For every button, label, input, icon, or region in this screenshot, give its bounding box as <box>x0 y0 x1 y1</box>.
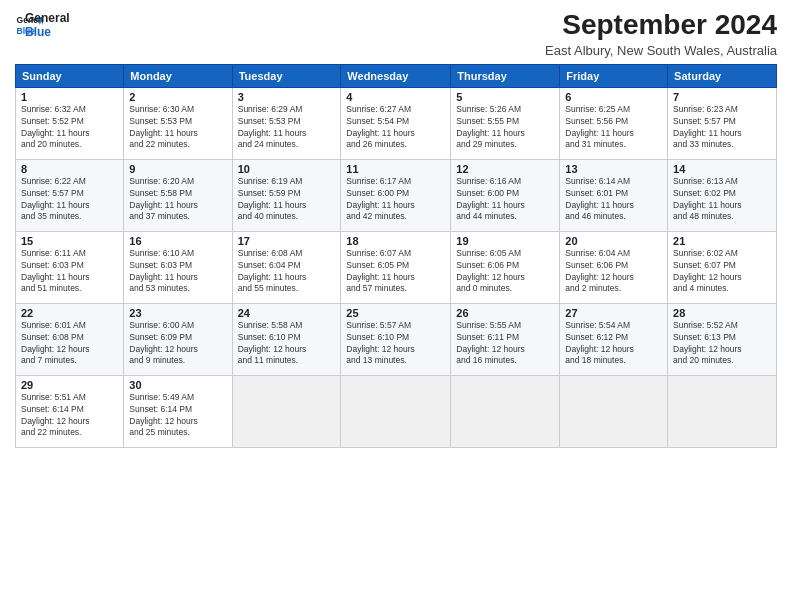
day-info: Sunrise: 5:55 AM Sunset: 6:11 PM Dayligh… <box>456 320 554 368</box>
day-number: 29 <box>21 379 118 391</box>
day-info: Sunrise: 6:19 AM Sunset: 5:59 PM Dayligh… <box>238 176 336 224</box>
calendar-cell: 6Sunrise: 6:25 AM Sunset: 5:56 PM Daylig… <box>560 87 668 159</box>
day-number: 19 <box>456 235 554 247</box>
col-tuesday: Tuesday <box>232 64 341 87</box>
day-number: 23 <box>129 307 226 319</box>
day-number: 27 <box>565 307 662 319</box>
day-number: 28 <box>673 307 771 319</box>
col-sunday: Sunday <box>16 64 124 87</box>
location-subtitle: East Albury, New South Wales, Australia <box>545 43 777 58</box>
day-info: Sunrise: 6:00 AM Sunset: 6:09 PM Dayligh… <box>129 320 226 368</box>
day-number: 2 <box>129 91 226 103</box>
logo: General Blue General Blue <box>15 10 70 40</box>
calendar-cell: 10Sunrise: 6:19 AM Sunset: 5:59 PM Dayli… <box>232 159 341 231</box>
col-saturday: Saturday <box>668 64 777 87</box>
day-info: Sunrise: 6:30 AM Sunset: 5:53 PM Dayligh… <box>129 104 226 152</box>
day-number: 8 <box>21 163 118 175</box>
day-info: Sunrise: 6:23 AM Sunset: 5:57 PM Dayligh… <box>673 104 771 152</box>
calendar-cell: 20Sunrise: 6:04 AM Sunset: 6:06 PM Dayli… <box>560 231 668 303</box>
day-info: Sunrise: 6:11 AM Sunset: 6:03 PM Dayligh… <box>21 248 118 296</box>
calendar-cell <box>668 375 777 447</box>
calendar-cell <box>341 375 451 447</box>
calendar-cell: 30Sunrise: 5:49 AM Sunset: 6:14 PM Dayli… <box>124 375 232 447</box>
day-info: Sunrise: 6:20 AM Sunset: 5:58 PM Dayligh… <box>129 176 226 224</box>
day-number: 12 <box>456 163 554 175</box>
calendar-cell <box>232 375 341 447</box>
day-number: 3 <box>238 91 336 103</box>
day-number: 9 <box>129 163 226 175</box>
logo-line2: Blue <box>25 26 70 40</box>
calendar-cell: 17Sunrise: 6:08 AM Sunset: 6:04 PM Dayli… <box>232 231 341 303</box>
day-info: Sunrise: 6:08 AM Sunset: 6:04 PM Dayligh… <box>238 248 336 296</box>
calendar-cell: 14Sunrise: 6:13 AM Sunset: 6:02 PM Dayli… <box>668 159 777 231</box>
calendar-cell: 26Sunrise: 5:55 AM Sunset: 6:11 PM Dayli… <box>451 303 560 375</box>
day-info: Sunrise: 6:32 AM Sunset: 5:52 PM Dayligh… <box>21 104 118 152</box>
day-info: Sunrise: 5:51 AM Sunset: 6:14 PM Dayligh… <box>21 392 118 440</box>
calendar-cell: 29Sunrise: 5:51 AM Sunset: 6:14 PM Dayli… <box>16 375 124 447</box>
day-info: Sunrise: 5:54 AM Sunset: 6:12 PM Dayligh… <box>565 320 662 368</box>
day-number: 30 <box>129 379 226 391</box>
day-number: 20 <box>565 235 662 247</box>
day-info: Sunrise: 6:10 AM Sunset: 6:03 PM Dayligh… <box>129 248 226 296</box>
day-number: 11 <box>346 163 445 175</box>
col-monday: Monday <box>124 64 232 87</box>
header-row: Sunday Monday Tuesday Wednesday Thursday… <box>16 64 777 87</box>
day-info: Sunrise: 6:14 AM Sunset: 6:01 PM Dayligh… <box>565 176 662 224</box>
month-title: September 2024 <box>545 10 777 41</box>
day-info: Sunrise: 5:58 AM Sunset: 6:10 PM Dayligh… <box>238 320 336 368</box>
day-info: Sunrise: 6:25 AM Sunset: 5:56 PM Dayligh… <box>565 104 662 152</box>
day-info: Sunrise: 5:26 AM Sunset: 5:55 PM Dayligh… <box>456 104 554 152</box>
calendar-cell: 21Sunrise: 6:02 AM Sunset: 6:07 PM Dayli… <box>668 231 777 303</box>
calendar-cell: 3Sunrise: 6:29 AM Sunset: 5:53 PM Daylig… <box>232 87 341 159</box>
calendar-cell <box>451 375 560 447</box>
week-row-5: 29Sunrise: 5:51 AM Sunset: 6:14 PM Dayli… <box>16 375 777 447</box>
day-number: 25 <box>346 307 445 319</box>
calendar-cell: 22Sunrise: 6:01 AM Sunset: 6:08 PM Dayli… <box>16 303 124 375</box>
day-info: Sunrise: 6:05 AM Sunset: 6:06 PM Dayligh… <box>456 248 554 296</box>
week-row-1: 1Sunrise: 6:32 AM Sunset: 5:52 PM Daylig… <box>16 87 777 159</box>
calendar-cell: 11Sunrise: 6:17 AM Sunset: 6:00 PM Dayli… <box>341 159 451 231</box>
week-row-2: 8Sunrise: 6:22 AM Sunset: 5:57 PM Daylig… <box>16 159 777 231</box>
day-number: 10 <box>238 163 336 175</box>
day-info: Sunrise: 6:17 AM Sunset: 6:00 PM Dayligh… <box>346 176 445 224</box>
header: General Blue General Blue September 2024… <box>15 10 777 58</box>
calendar-cell: 13Sunrise: 6:14 AM Sunset: 6:01 PM Dayli… <box>560 159 668 231</box>
calendar-cell: 2Sunrise: 6:30 AM Sunset: 5:53 PM Daylig… <box>124 87 232 159</box>
day-info: Sunrise: 6:04 AM Sunset: 6:06 PM Dayligh… <box>565 248 662 296</box>
day-number: 7 <box>673 91 771 103</box>
logo-line1: General <box>25 12 70 26</box>
calendar-cell: 24Sunrise: 5:58 AM Sunset: 6:10 PM Dayli… <box>232 303 341 375</box>
col-thursday: Thursday <box>451 64 560 87</box>
day-info: Sunrise: 5:57 AM Sunset: 6:10 PM Dayligh… <box>346 320 445 368</box>
day-number: 16 <box>129 235 226 247</box>
calendar-cell: 5Sunrise: 5:26 AM Sunset: 5:55 PM Daylig… <box>451 87 560 159</box>
day-number: 26 <box>456 307 554 319</box>
calendar: Sunday Monday Tuesday Wednesday Thursday… <box>15 64 777 448</box>
day-number: 14 <box>673 163 771 175</box>
day-number: 4 <box>346 91 445 103</box>
page: General Blue General Blue September 2024… <box>0 0 792 612</box>
day-number: 1 <box>21 91 118 103</box>
day-number: 18 <box>346 235 445 247</box>
title-block: September 2024 East Albury, New South Wa… <box>545 10 777 58</box>
day-number: 5 <box>456 91 554 103</box>
day-number: 24 <box>238 307 336 319</box>
day-info: Sunrise: 6:16 AM Sunset: 6:00 PM Dayligh… <box>456 176 554 224</box>
day-number: 6 <box>565 91 662 103</box>
calendar-cell: 28Sunrise: 5:52 AM Sunset: 6:13 PM Dayli… <box>668 303 777 375</box>
calendar-cell: 25Sunrise: 5:57 AM Sunset: 6:10 PM Dayli… <box>341 303 451 375</box>
day-info: Sunrise: 5:52 AM Sunset: 6:13 PM Dayligh… <box>673 320 771 368</box>
day-number: 17 <box>238 235 336 247</box>
week-row-3: 15Sunrise: 6:11 AM Sunset: 6:03 PM Dayli… <box>16 231 777 303</box>
calendar-cell: 23Sunrise: 6:00 AM Sunset: 6:09 PM Dayli… <box>124 303 232 375</box>
calendar-cell: 9Sunrise: 6:20 AM Sunset: 5:58 PM Daylig… <box>124 159 232 231</box>
col-wednesday: Wednesday <box>341 64 451 87</box>
day-info: Sunrise: 6:27 AM Sunset: 5:54 PM Dayligh… <box>346 104 445 152</box>
calendar-cell <box>560 375 668 447</box>
col-friday: Friday <box>560 64 668 87</box>
calendar-cell: 27Sunrise: 5:54 AM Sunset: 6:12 PM Dayli… <box>560 303 668 375</box>
calendar-cell: 15Sunrise: 6:11 AM Sunset: 6:03 PM Dayli… <box>16 231 124 303</box>
day-number: 21 <box>673 235 771 247</box>
day-info: Sunrise: 6:01 AM Sunset: 6:08 PM Dayligh… <box>21 320 118 368</box>
day-info: Sunrise: 6:02 AM Sunset: 6:07 PM Dayligh… <box>673 248 771 296</box>
